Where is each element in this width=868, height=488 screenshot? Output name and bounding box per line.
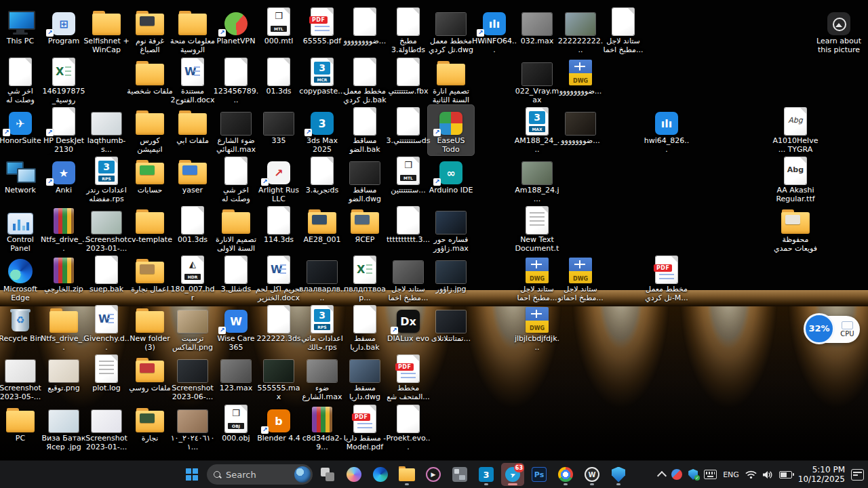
desktop-icon[interactable]: 3↗3ds Max 2025 (299, 105, 345, 155)
desktop-icon[interactable]: تصميم الانارة السنة الاولى (213, 204, 259, 253)
desktop-icon[interactable]: محفوظة فويعات حمدي (772, 204, 818, 253)
desktop-icon[interactable]: PDFمسقط داريا - Model.pdf (342, 403, 388, 452)
desktop-icon[interactable]: Wمستندة الفتوح2.docx (170, 56, 216, 105)
desktop-icon[interactable]: اعمال نجارة (127, 253, 173, 294)
desktop-icon[interactable]: الخارجي.zip (41, 253, 87, 294)
desktop-icon[interactable]: مطبخ طاولة.3ds (385, 5, 431, 55)
desktop-icon[interactable]: ❒OBJ000.obj (213, 403, 259, 443)
desktop-icon[interactable]: ملفات شخصية (127, 56, 173, 96)
desktop-icon[interactable]: 222222222... (557, 5, 604, 55)
desktop-icon[interactable]: ЯСЕР (342, 204, 388, 245)
desktop-icon[interactable]: W↗Wise Care 365 (213, 303, 259, 352)
desktop-icon[interactable]: ↗PlanetVPN (213, 5, 259, 46)
desktop-icon[interactable]: 555555.max (256, 352, 302, 402)
desktop-icon[interactable]: ستتتتتتي.fbx (385, 56, 431, 96)
desktop-icon[interactable]: ılıhwi64_826... (644, 105, 690, 155)
desktop-icon[interactable]: كورس انيميشن (127, 105, 173, 155)
cpu-widget[interactable]: 32% CPU (806, 316, 860, 343)
desktop-icon[interactable]: توقيع.png (41, 352, 87, 393)
media-player-button[interactable]: ▶ (422, 463, 445, 486)
desktop-icon[interactable]: plot.log (83, 352, 130, 393)
photoshop-button[interactable]: Ps (528, 463, 551, 486)
desktop-icon[interactable]: DWGستاند لاجل مطبخ احما... (514, 253, 560, 303)
desktop-icon[interactable]: ✈↗HonorSuite (0, 105, 43, 146)
desktop-icon[interactable]: New Text Document.txt (514, 204, 560, 254)
desktop-icon[interactable]: WGivenchy.d... (83, 303, 130, 352)
3ds-max-button[interactable]: 3 (475, 463, 498, 486)
desktop-icon[interactable]: ∞↗Arduino IDE (428, 155, 474, 195)
desktop-icon[interactable]: ↗HP DeskJet 2130 series... (41, 105, 87, 155)
desktop-icon[interactable]: Learn about this picture (816, 5, 862, 55)
desktop-icon[interactable]: حسابات (127, 155, 173, 195)
windows-security-button[interactable] (607, 463, 630, 486)
desktop-icon[interactable]: 3RPSاعدادات ماتي حالك.rps (299, 303, 345, 352)
desktop-icon[interactable]: مساقط الضو.dwg (342, 155, 388, 204)
wifi-icon[interactable] (745, 470, 757, 479)
tray-app-icon[interactable] (671, 469, 682, 480)
desktop-icon[interactable]: ملفات ابي (170, 105, 216, 146)
desktop-icon[interactable]: PDF65555.pdf (299, 5, 345, 46)
desktop-icon[interactable]: ٢٠٢٤٠٦١٠_١٠١... (170, 403, 216, 452)
desktop-icon[interactable]: DWGضوووووووو... (557, 56, 604, 96)
desktop-icon[interactable]: شلل.3ds (213, 253, 259, 294)
desktop-icon[interactable]: Screenshot 2023-05-... (0, 352, 43, 402)
desktop-icon[interactable]: مسقط داريا.dwg (342, 352, 388, 402)
desktop-icon[interactable]: تجربة.3ds (299, 155, 345, 195)
desktop-icon[interactable]: مخطط معمل تل كردي.bak (342, 56, 388, 105)
desktop-icon[interactable]: 01.3ds (256, 56, 302, 96)
desktop-icon[interactable]: laqthumb-s... (83, 105, 130, 155)
desktop-icon[interactable]: 001.3ds (170, 204, 216, 245)
desktop-icon[interactable]: ♻Recycle Bin (0, 303, 43, 344)
desktop-icon[interactable]: suep.bak (83, 253, 130, 294)
desktop-icon[interactable]: влалварлв.... (299, 253, 345, 303)
desktop-icon[interactable]: ⊞↗Program (41, 5, 87, 46)
desktop-icon[interactable]: ضوء الشارع النهائي.max (213, 105, 259, 155)
desktop-icon[interactable]: Selfishnet + WinCap (Wi... (83, 5, 130, 56)
desktop-icon[interactable]: فساره حور زاؤور.max (428, 204, 474, 253)
desktop-icon[interactable]: 3RPSاعدادات رندر مفضله.rps (83, 155, 130, 204)
desktop-icon[interactable]: زاؤور.jpg (428, 253, 474, 294)
desktop-icon[interactable]: cv-template (127, 204, 173, 245)
desktop-icon[interactable]: ملفات روسي (127, 352, 173, 393)
app-grey-button[interactable] (448, 463, 471, 486)
desktop-icon[interactable]: Control Panel (0, 204, 43, 253)
notification-center-icon[interactable] (851, 469, 864, 481)
desktop-icon[interactable]: Ntfs_drive_... (41, 303, 87, 352)
desktop-icon[interactable]: Wتحريم اكل لحم الخنزير.docx (256, 253, 302, 303)
desktop-icon[interactable]: ◭HDR180_007.hdr (170, 253, 216, 303)
desktop-icon[interactable]: ↗EaseUS Todo Backup Home (428, 105, 474, 155)
desktop-icon[interactable]: 123.max (213, 352, 259, 393)
desktop-icon[interactable]: 032.max (514, 5, 560, 46)
desktop-icon[interactable]: Proekt.evo... (385, 403, 431, 452)
touch-keyboard-icon[interactable] (704, 470, 717, 479)
desktop-icon[interactable]: DWGستاند لاجل مطبخ احماتو... (557, 253, 604, 303)
desktop-icon[interactable]: ↗↗Arlight Rus LLC (256, 155, 302, 204)
task-view-button[interactable] (316, 463, 339, 486)
desktop-icon[interactable]: 335 (256, 105, 302, 146)
desktop-icon[interactable]: تمتاتتلاتلاى... (428, 303, 474, 344)
file-explorer-button[interactable] (395, 463, 418, 486)
desktop-icon[interactable]: اخر شي وصلت له ضوووووو... (0, 56, 43, 106)
edge-button[interactable] (369, 463, 392, 486)
desktop-icon[interactable]: ضووووووو... (557, 105, 604, 146)
desktop-icon[interactable]: Network (0, 155, 43, 195)
desktop-icon[interactable]: Screenshot 2023-01-... (83, 204, 130, 253)
security-shield-check-icon[interactable]: ✓ (688, 469, 698, 480)
desktop-icon[interactable]: ستاند لاجل مطبخ اخما... (600, 5, 646, 55)
desktop-icon[interactable]: Screenshot 2023-06-... (170, 352, 216, 402)
desktop-icon[interactable]: 222222.3ds (256, 303, 302, 344)
wondershare-button[interactable]: W (580, 463, 604, 486)
desktop-icon[interactable]: AbgAA Akashi Regular.ttf (772, 155, 818, 204)
volume-icon[interactable] (763, 470, 773, 479)
desktop-icon[interactable]: PDFمخطط معمل تل كردي-M... (644, 253, 690, 303)
desktop-icon[interactable]: Виза Батак Ясер .jpg (41, 403, 87, 452)
desktop-icon[interactable]: نجارة (127, 403, 173, 443)
desktop-icon[interactable]: ترسيت الماكس.png (170, 303, 216, 352)
desktop-icon[interactable]: مساقط الضو.bak (342, 105, 388, 155)
desktop-icon[interactable]: ستتتتتتتي.3ds (385, 105, 431, 146)
taskbar-clock[interactable]: 5:10 PM 10/12/2025 (798, 465, 845, 484)
desktop-icon[interactable]: Screenshot 2023-01-... (83, 403, 130, 452)
desktop-icon[interactable]: AE28_001 (299, 204, 345, 245)
desktop-icon[interactable]: X146197875_روسية ابي.xlsx (41, 56, 87, 106)
desktop-icon[interactable]: ★↗Anki (41, 155, 87, 195)
